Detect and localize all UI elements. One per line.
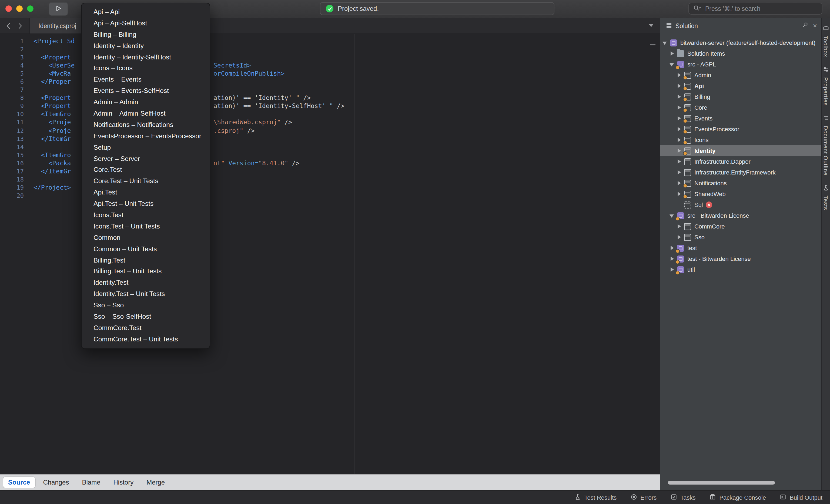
run-config-item[interactable]: Api.Test – Unit Tests xyxy=(82,198,210,210)
run-config-item[interactable]: Billing.Test – Unit Tests xyxy=(82,266,210,277)
tab-changes[interactable]: Changes xyxy=(38,477,74,488)
close-icon[interactable]: × xyxy=(813,22,817,29)
disclosure-triangle[interactable] xyxy=(676,180,682,186)
run-config-item[interactable]: Api.Test xyxy=(82,187,210,199)
disclosure-triangle[interactable] xyxy=(670,256,675,262)
tree-row[interactable]: Core xyxy=(660,102,821,113)
run-config-item[interactable]: Icons.Test – Unit Tests xyxy=(82,221,210,232)
tree-row[interactable]: Admin xyxy=(660,70,821,80)
tree-row[interactable]: Icons xyxy=(660,135,821,145)
run-config-item[interactable]: Events – Events-SelfHost xyxy=(82,86,210,97)
close-window-button[interactable] xyxy=(5,5,12,12)
tab-history[interactable]: History xyxy=(108,477,138,488)
tree-row[interactable]: Infrastructure.Dapper xyxy=(660,156,821,167)
tree-row[interactable]: util xyxy=(660,264,821,275)
run-config-item[interactable]: Common xyxy=(82,232,210,244)
disclosure-triangle[interactable] xyxy=(676,224,682,229)
tab-source[interactable]: Source xyxy=(3,477,35,488)
tab-merge[interactable]: Merge xyxy=(141,477,170,488)
disclosure-triangle[interactable] xyxy=(670,213,675,218)
disclosure-triangle[interactable] xyxy=(676,126,682,132)
global-search[interactable] xyxy=(689,3,823,14)
disclosure-triangle[interactable] xyxy=(670,267,675,272)
run-config-item[interactable]: Admin – Admin xyxy=(82,97,210,108)
disclosure-triangle[interactable] xyxy=(670,245,675,250)
pane-hscrollbar[interactable] xyxy=(668,481,775,484)
run-config-item[interactable]: Identity – Identity-SelfHost xyxy=(82,52,210,63)
disclosure-triangle[interactable] xyxy=(670,62,675,67)
run-config-item[interactable]: Common – Unit Tests xyxy=(82,243,210,255)
run-config-item[interactable]: Api – Api-SelfHost xyxy=(82,18,210,29)
disclosure-triangle[interactable] xyxy=(676,83,682,89)
disclosure-triangle[interactable] xyxy=(676,191,682,197)
editor-tab-identity-csproj[interactable]: Identity.csproj xyxy=(29,18,85,33)
tree-row[interactable]: test xyxy=(660,242,821,254)
tree-row[interactable]: Api xyxy=(660,80,821,91)
tab-blame[interactable]: Blame xyxy=(77,477,105,488)
disclosure-triangle[interactable] xyxy=(663,40,668,45)
disclosure-triangle[interactable] xyxy=(676,170,682,175)
tree-row[interactable]: Sql× xyxy=(660,199,821,210)
disclosure-triangle[interactable] xyxy=(676,234,682,240)
run-config-item[interactable]: Sso – Sso xyxy=(82,300,210,311)
rail-tab-properties[interactable]: Properties xyxy=(823,65,829,106)
rail-tab-document-outline[interactable]: Document Outline xyxy=(823,113,829,175)
run-config-item[interactable]: EventsProcessor – EventsProcessor xyxy=(82,131,210,142)
run-config-item[interactable]: Icons.Test xyxy=(82,210,210,221)
status-test-results[interactable]: Test Results xyxy=(574,494,616,501)
tree-row[interactable]: Events xyxy=(660,113,821,124)
disclosure-triangle[interactable] xyxy=(676,115,682,121)
disclosure-triangle[interactable] xyxy=(676,72,682,78)
zoom-window-button[interactable] xyxy=(27,5,33,12)
minimize-window-button[interactable] xyxy=(16,5,23,12)
status-errors[interactable]: Errors xyxy=(631,494,657,501)
run-config-item[interactable]: Core.Test – Unit Tests xyxy=(82,176,210,187)
disclosure-triangle[interactable] xyxy=(676,137,682,143)
run-config-item[interactable]: Icons – Icons xyxy=(82,63,210,74)
run-config-item[interactable]: Billing – Billing xyxy=(82,29,210,40)
run-button[interactable] xyxy=(49,2,68,16)
run-config-item[interactable]: Billing.Test xyxy=(82,255,210,266)
rail-tab-tests[interactable]: Tests xyxy=(823,183,829,210)
tree-row[interactable]: CommCore xyxy=(660,221,821,232)
tree-row[interactable]: Solution Items xyxy=(660,48,821,59)
run-config-item[interactable]: Core.Test xyxy=(82,165,210,176)
tree-row[interactable]: Sso xyxy=(660,232,821,242)
tree-row[interactable]: src - AGPL xyxy=(660,59,821,70)
nav-forward-button[interactable] xyxy=(15,21,25,31)
tree-row[interactable]: SharedWeb xyxy=(660,189,821,199)
run-config-item[interactable]: Events – Events xyxy=(82,74,210,86)
run-config-item[interactable]: Notifications – Notifications xyxy=(82,120,210,131)
tree-row[interactable]: src - Bitwarden License xyxy=(660,210,821,221)
pin-icon[interactable] xyxy=(802,21,809,30)
chevron-down-icon[interactable] xyxy=(649,24,653,27)
tree-row[interactable]: EventsProcessor xyxy=(660,124,821,135)
run-config-item[interactable]: Api – Api xyxy=(82,6,210,18)
run-config-item[interactable]: Identity – Identity xyxy=(82,40,210,52)
run-config-item[interactable]: Identity.Test xyxy=(82,277,210,289)
status-package-console[interactable]: Package Console xyxy=(709,494,766,501)
tree-row[interactable]: Notifications xyxy=(660,178,821,189)
disclosure-triangle[interactable] xyxy=(676,105,682,110)
rail-tab-toolbox[interactable]: Toolbox xyxy=(823,23,829,57)
disclosure-triangle[interactable] xyxy=(676,94,682,99)
search-input[interactable] xyxy=(704,5,818,12)
disclosure-triangle[interactable] xyxy=(676,159,682,164)
run-config-item[interactable]: Setup xyxy=(82,142,210,153)
status-tasks[interactable]: Tasks xyxy=(671,494,696,501)
run-config-item[interactable]: CommCore.Test – Unit Tests xyxy=(82,334,210,345)
run-config-item[interactable]: Sso – Sso-SelfHost xyxy=(82,311,210,323)
tree-row[interactable]: bitwarden-server (feature/self-hosted-de… xyxy=(660,37,821,48)
run-config-item[interactable]: Admin – Admin-SelfHost xyxy=(82,108,210,120)
run-config-item[interactable]: Server – Server xyxy=(82,153,210,165)
status-build-output[interactable]: Build Output xyxy=(780,494,823,501)
tree-row[interactable]: test - Bitwarden License xyxy=(660,254,821,264)
disclosure-triangle[interactable] xyxy=(670,51,675,56)
tree-row[interactable]: Identity xyxy=(660,145,821,156)
disclosure-triangle[interactable] xyxy=(676,148,682,154)
run-config-item[interactable]: CommCore.Test xyxy=(82,323,210,334)
tree-row[interactable]: Infrastructure.EntityFramework xyxy=(660,167,821,178)
run-config-item[interactable]: Identity.Test – Unit Tests xyxy=(82,289,210,300)
nav-back-button[interactable] xyxy=(3,21,13,31)
tree-row[interactable]: Billing xyxy=(660,91,821,102)
